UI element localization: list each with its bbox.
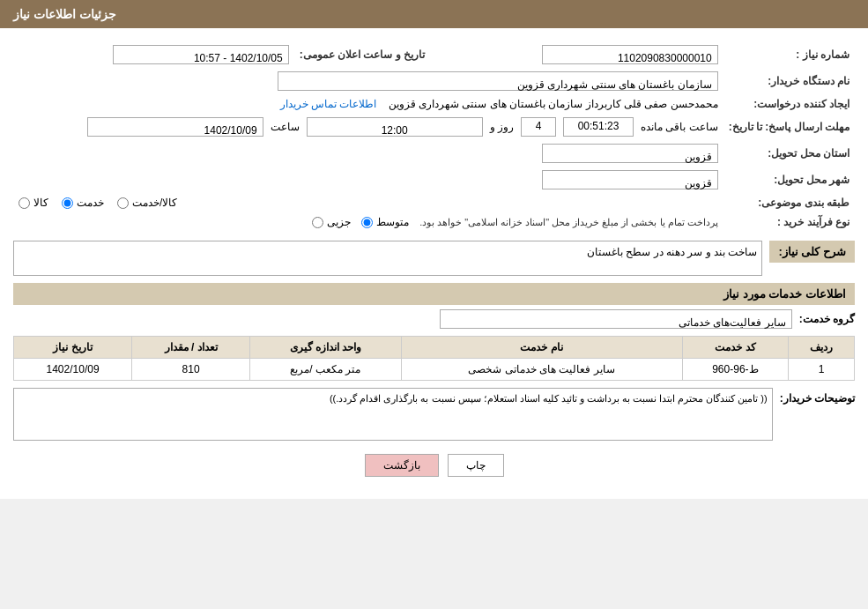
info-table: شماره نیاز : 1102090830000010 تاریخ و سا… [13,41,855,232]
need-desc-section: شرح کلی نیاز: ساخت بند و سر دهنه در سطح … [13,241,855,276]
reply-days-label: روز و [490,121,514,133]
radio-motawaset-item: متوسط [361,216,409,228]
print-button[interactable]: چاپ [448,454,504,477]
process-label: نوع فرآیند خرید : [723,212,855,232]
delivery-province-label: استان محل تحویل: [723,140,855,167]
cell-row: 1 [789,359,855,381]
radio-khadamat-label: خدمت [77,197,104,209]
process-note: پرداخت تمام یا بخشی از مبلغ خریداز محل "… [419,217,718,228]
cell-quantity: 810 [132,359,250,381]
radio-motawaset-label: متوسط [376,216,409,228]
need-desc-wrapper: ساخت بند و سر دهنه در سطح باغستان [13,241,762,276]
announcement-date-box: 1402/10/05 - 10:57 [113,45,289,64]
reply-remaining-label: ساعت باقی مانده [641,121,718,133]
creator-text: محمدحسن صفی قلی کاربرداز سازمان باغستان … [389,98,718,110]
group-service-box: سایر فعالیت‌های خدماتی [440,309,792,329]
delivery-city-label: شهر محل تحویل: [723,167,855,193]
th-date: تاریخ نیاز [14,337,132,359]
delivery-province-box: قزوین [542,144,718,163]
cell-name: سایر فعالیت های خدماتی شخصی [401,359,682,381]
need-number-box: 1102090830000010 [542,45,718,64]
reply-date-box: 1402/10/09 [87,117,263,137]
radio-kala[interactable] [19,197,30,209]
reply-remaining-box: 00:51:23 [563,117,634,137]
radio-jozvi-item: جزیی [312,216,351,228]
page-title: جزئیات اطلاعات نیاز [13,7,116,21]
announcement-date-label: تاریخ و ساعت اعلان عمومی: [294,41,442,68]
radio-kala-label: کالا [33,197,48,209]
page-header: جزئیات اطلاعات نیاز [0,0,868,28]
reply-days-box: 4 [521,117,556,137]
th-quantity: تعداد / مقدار [132,337,250,359]
radio-jozvi-label: جزیی [327,216,351,228]
group-service-row: گروه خدمت: سایر فعالیت‌های خدماتی [13,309,855,329]
table-row: 1 ط-96-960 سایر فعالیت های خدماتی شخصی م… [14,359,855,381]
classification-value: کالا خدمت کالا/خدمت [13,193,723,212]
cell-date: 1402/10/09 [14,359,132,381]
th-unit: واحد اندازه گیری [250,337,402,359]
services-section-title: اطلاعات خدمات مورد نیاز [13,283,855,305]
delivery-city-box: قزوین [542,170,718,189]
content-area: شماره نیاز : 1102090830000010 تاریخ و سا… [0,28,868,499]
radio-motawaset[interactable] [361,217,373,228]
org-name-label: نام دستگاه خریدار: [723,68,855,94]
need-number-value: 1102090830000010 [442,41,723,68]
org-name-value: سازمان باغستان های سنتی شهرداری قزوین [13,68,723,94]
radio-khadamat-item: خدمت [62,197,104,209]
services-table: ردیف کد خدمت نام خدمت واحد اندازه گیری ت… [13,336,855,381]
radio-kala-khadamat[interactable] [117,197,129,209]
buyer-desc-section: توضیحات خریدار: (( تامین کنندگان محترم ا… [13,388,855,441]
radio-khadamat[interactable] [62,197,73,209]
creator-label: ایجاد کننده درخواست: [723,94,855,114]
radio-kala-khadamat-item: کالا/خدمت [117,197,177,209]
page-wrapper: جزئیات اطلاعات نیاز شماره نیاز : 1102090… [0,0,868,499]
th-code: کد خدمت [682,337,789,359]
buyer-desc-text: (( تامین کنندگان محترم ابتدا نسبت به برد… [330,393,768,404]
radio-kala-khadamat-label: کالا/خدمت [132,197,177,209]
delivery-city-value: قزوین [13,167,723,193]
need-desc-title: شرح کلی نیاز: [769,241,855,263]
buyer-desc-box: (( تامین کنندگان محترم ابتدا نسبت به برد… [13,388,773,441]
cell-code: ط-96-960 [682,359,789,381]
radio-kala-item: کالا [19,197,48,209]
classification-label: طبقه بندی موضوعی: [723,193,855,212]
org-name-box: سازمان باغستان های سنتی شهرداری قزوین [278,71,718,91]
creator-value: محمدحسن صفی قلی کاربرداز سازمان باغستان … [13,94,723,114]
reply-time-box: 12:00 [307,117,483,137]
back-button[interactable]: بازگشت [365,454,439,477]
delivery-province-value: قزوین [13,140,723,167]
buttons-row: چاپ بازگشت [13,454,855,477]
contact-link[interactable]: اطلاعات تماس خریدار [280,98,377,110]
reply-time-label: ساعت [271,121,300,133]
reply-deadline-value: 1402/10/09 ساعت 12:00 روز و 4 00:51:23 س… [13,114,723,140]
announcement-date-value: 1402/10/05 - 10:57 [13,41,294,68]
process-value: جزیی متوسط پرداخت تمام یا بخشی از مبلغ خ… [13,212,723,232]
reply-deadline-label: مهلت ارسال پاسخ: تا تاریخ: [723,114,855,140]
group-service-label: گروه خدمت: [799,313,855,325]
need-desc-box: ساخت بند و سر دهنه در سطح باغستان [13,241,762,276]
cell-unit: متر مکعب /مربع [250,359,402,381]
radio-jozvi[interactable] [312,217,323,228]
need-number-label: شماره نیاز : [723,41,855,68]
buyer-desc-label: توضیحات خریدار: [780,388,855,405]
th-name: نام خدمت [401,337,682,359]
th-row: ردیف [789,337,855,359]
